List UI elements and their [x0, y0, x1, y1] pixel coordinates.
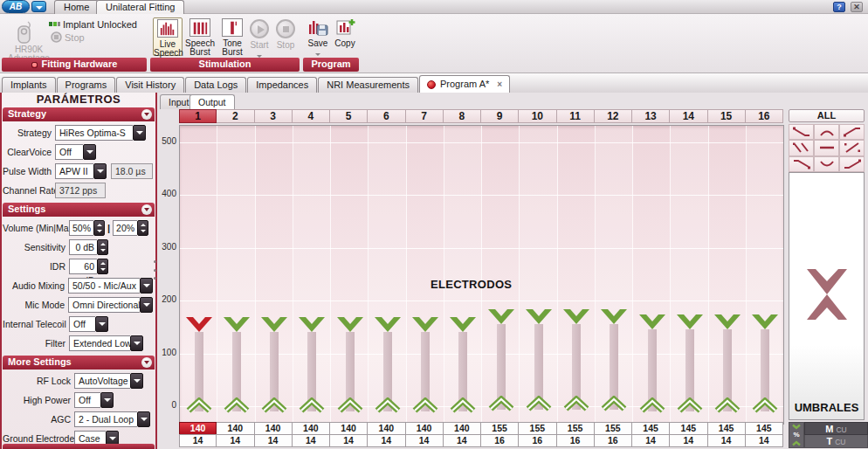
section-header-more-settings[interactable]: More Settings: [3, 356, 155, 370]
m-level-marker-12[interactable]: [601, 308, 627, 324]
m-value-15[interactable]: 145: [708, 422, 746, 435]
chevron-down-icon[interactable]: [100, 392, 114, 408]
audio-mixing-select[interactable]: 50/50 - Mic/Aux: [68, 278, 153, 294]
m-level-marker-8[interactable]: [450, 316, 476, 332]
t-value-10[interactable]: 16: [519, 434, 556, 447]
close-tab-icon[interactable]: ×: [497, 76, 502, 93]
m-value-11[interactable]: 155: [557, 422, 595, 435]
tilt-down-left-icon[interactable]: [839, 156, 865, 172]
m-level-marker-11[interactable]: [563, 308, 589, 324]
tab-output[interactable]: Output: [189, 94, 235, 109]
electrode-header-3[interactable]: 3: [255, 109, 293, 123]
m-value-13[interactable]: 145: [632, 422, 670, 435]
m-value-2[interactable]: 140: [217, 422, 254, 435]
app-menu-dropdown-button[interactable]: [31, 1, 46, 12]
t-value-11[interactable]: 16: [557, 434, 595, 447]
chevron-down-icon[interactable]: [83, 144, 96, 160]
m-level-marker-10[interactable]: [526, 308, 552, 324]
m-value-12[interactable]: 155: [595, 422, 632, 435]
t-value-3[interactable]: 14: [255, 434, 293, 447]
collapsed-section-header[interactable]: [3, 444, 155, 449]
electrode-header-13[interactable]: 13: [632, 109, 670, 123]
t-level-marker-2[interactable]: [222, 397, 251, 414]
electrode-header-12[interactable]: 12: [595, 109, 632, 123]
t-level-marker-11[interactable]: [561, 396, 591, 412]
electrode-header-2[interactable]: 2: [217, 109, 254, 123]
chevron-down-icon[interactable]: [133, 125, 146, 141]
close-window-button[interactable]: ✕: [851, 2, 863, 12]
t-level-marker-13[interactable]: [637, 397, 667, 414]
m-level-marker-14[interactable]: [677, 314, 703, 329]
chevron-down-icon[interactable]: [137, 411, 150, 427]
m-level-marker-4[interactable]: [299, 316, 325, 332]
agc-select[interactable]: 2 - Dual Loop: [74, 411, 150, 427]
internal-telecoil-select[interactable]: Off: [69, 316, 108, 332]
clearvoice-select[interactable]: Off: [55, 144, 96, 160]
group-label-fitting-hardware[interactable]: Fitting Hardware: [2, 58, 147, 72]
shift-down-icon[interactable]: [789, 140, 814, 155]
stop-hardware-label[interactable]: Stop: [65, 32, 85, 43]
t-value-14[interactable]: 14: [670, 434, 707, 447]
arch-up-icon[interactable]: [814, 124, 839, 140]
m-level-marker-2[interactable]: [224, 316, 250, 332]
tab-data-logs[interactable]: Data Logs: [185, 77, 246, 93]
t-value-2[interactable]: 14: [217, 434, 254, 447]
m-level-marker-3[interactable]: [261, 316, 287, 332]
m-value-7[interactable]: 140: [406, 422, 444, 435]
collapse-section-icon[interactable]: [141, 357, 152, 368]
t-level-marker-16[interactable]: [750, 397, 780, 414]
chevron-down-icon[interactable]: [95, 316, 108, 332]
m-level-marker-16[interactable]: [752, 314, 778, 329]
electrode-header-5[interactable]: 5: [330, 109, 368, 123]
m-value-16[interactable]: 145: [746, 422, 783, 435]
tab-unilateral-fitting[interactable]: Unilateral Fitting: [96, 0, 184, 14]
m-value-4[interactable]: 140: [293, 422, 330, 435]
electrode-header-9[interactable]: 9: [481, 109, 519, 123]
t-level-marker-9[interactable]: [486, 396, 516, 412]
high-power-select[interactable]: Off: [74, 392, 114, 408]
t-level-marker-12[interactable]: [599, 396, 629, 412]
electrode-header-1[interactable]: 1: [179, 109, 217, 123]
filter-select[interactable]: Extended Low: [69, 335, 143, 351]
stop-stimulation-button[interactable]: Stop: [274, 19, 297, 50]
t-level-marker-6[interactable]: [373, 397, 403, 414]
t-level-marker-15[interactable]: [713, 397, 742, 414]
t-value-15[interactable]: 14: [708, 434, 746, 447]
t-value-16[interactable]: 14: [746, 434, 783, 447]
t-value-8[interactable]: 14: [444, 434, 481, 447]
m-level-marker-15[interactable]: [714, 314, 741, 329]
collapse-section-icon[interactable]: [141, 204, 152, 215]
chevron-down-icon[interactable]: [130, 335, 143, 351]
t-value-9[interactable]: 16: [481, 434, 519, 447]
t-value-13[interactable]: 14: [632, 434, 670, 447]
volume-max-stepper[interactable]: 20%: [113, 220, 148, 236]
electrode-header-14[interactable]: 14: [670, 109, 707, 123]
t-level-marker-3[interactable]: [259, 397, 289, 414]
strategy-select[interactable]: HiRes Optima-S: [55, 125, 146, 141]
m-level-marker-5[interactable]: [337, 316, 363, 332]
m-value-3[interactable]: 140: [255, 422, 293, 435]
rf-lock-select[interactable]: AutoVoltage: [74, 373, 143, 389]
t-level-marker-14[interactable]: [675, 397, 705, 414]
tab-nri-measurements[interactable]: NRI Measurements: [318, 77, 418, 93]
percent-adjust-control[interactable]: %: [789, 422, 804, 448]
electrode-header-7[interactable]: 7: [406, 109, 444, 123]
tab-programs[interactable]: Programs: [57, 77, 116, 93]
start-stimulation-button[interactable]: Start: [248, 19, 271, 59]
section-header-settings[interactable]: Settings: [3, 203, 155, 217]
flatten-icon[interactable]: [814, 140, 839, 155]
tilt-up-right-icon[interactable]: [839, 124, 865, 140]
arch-down-icon[interactable]: [814, 156, 839, 172]
m-level-marker-9[interactable]: [488, 308, 514, 324]
tone-burst-button[interactable]: Tone Burst: [217, 17, 247, 56]
chevron-down-icon[interactable]: [93, 163, 107, 179]
m-level-marker-6[interactable]: [375, 316, 401, 332]
tab-impedances[interactable]: Impedances: [247, 77, 317, 93]
chevron-down-icon[interactable]: [130, 373, 143, 389]
tab-program-a[interactable]: Program A* ×: [419, 75, 510, 93]
shift-up-icon[interactable]: [839, 140, 865, 155]
t-level-marker-10[interactable]: [524, 396, 554, 412]
live-speech-button[interactable]: Live Speech: [153, 17, 183, 56]
section-header-strategy[interactable]: Strategy: [3, 107, 155, 121]
t-value-1[interactable]: 14: [179, 434, 217, 447]
